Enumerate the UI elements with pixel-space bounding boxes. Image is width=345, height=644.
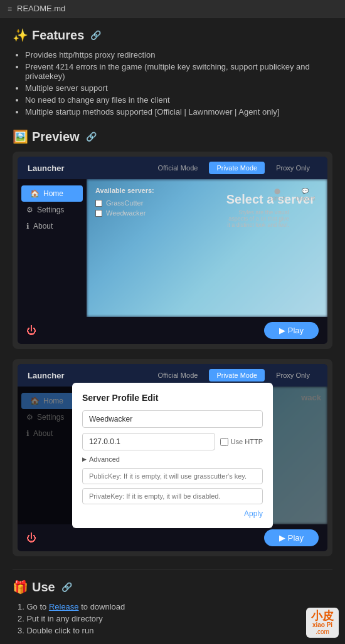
use-step-1: 1. Go to Release to download bbox=[18, 602, 332, 611]
use-section: 🎁 Use 🔗 1. Go to Release to download 2. … bbox=[13, 579, 332, 635]
home-icon: 🏠 bbox=[30, 189, 40, 198]
tab-official-2[interactable]: Official Mode bbox=[150, 369, 205, 382]
launcher-brand-2: Launcher bbox=[28, 371, 65, 380]
github-link[interactable]: ⬤ Github bbox=[269, 188, 286, 202]
power-icon-2[interactable]: ⏻ bbox=[26, 532, 36, 544]
launcher-header: Launcher Official Mode Private Mode Prox… bbox=[18, 157, 327, 179]
ip-input[interactable] bbox=[82, 433, 215, 450]
use-step-2: 2. Put it in any directory bbox=[18, 614, 332, 623]
use-http-checkbox[interactable] bbox=[220, 438, 228, 446]
modal-overlay: Server Profile Edit Use HTTP Advance bbox=[18, 387, 327, 524]
launcher-tabs: Official Mode Private Mode Proxy Only bbox=[150, 162, 317, 174]
use-steps: 1. Go to Release to download 2. Put it i… bbox=[18, 602, 332, 635]
discord-link[interactable]: 💬 Discord bbox=[295, 188, 315, 202]
about-icon: ℹ bbox=[26, 222, 29, 231]
settings-icon: ⚙ bbox=[26, 205, 33, 214]
top-bar: ≡ README.md bbox=[0, 0, 345, 18]
sidebar-item-about[interactable]: ℹ About bbox=[18, 218, 87, 234]
tab-private[interactable]: Private Mode bbox=[209, 162, 265, 174]
ip-row: Use HTTP bbox=[82, 433, 263, 450]
feature-item: Provides http/https proxy redirection bbox=[25, 50, 332, 60]
tab-proxy[interactable]: Proxy Only bbox=[268, 162, 317, 174]
play-button[interactable]: ▶ Play bbox=[264, 322, 319, 339]
use-title: Use bbox=[32, 580, 55, 595]
features-emoji: ✨ bbox=[13, 28, 28, 43]
feature-item: Prevent 4214 errors in the game (multipl… bbox=[25, 62, 332, 81]
server-profile-modal: Server Profile Edit Use HTTP Advance bbox=[72, 383, 273, 528]
watermark-line2: xiao Pi bbox=[312, 621, 332, 628]
play-button-2[interactable]: ▶ Play bbox=[264, 529, 319, 546]
watermark-line3: .com bbox=[316, 628, 329, 635]
launcher-preview-2: Launcher Official Mode Private Mode Prox… bbox=[18, 364, 327, 551]
features-title: Features bbox=[32, 28, 84, 43]
preview-anchor[interactable]: 🔗 bbox=[86, 132, 97, 142]
main-content: ✨ Features 🔗 Provides http/https proxy r… bbox=[0, 18, 345, 644]
features-heading: ✨ Features 🔗 bbox=[13, 28, 332, 43]
discord-icon: 💬 bbox=[302, 188, 309, 194]
server-checkbox-1[interactable] bbox=[95, 200, 102, 207]
use-http-label: Use HTTP bbox=[220, 438, 263, 446]
launcher-main: Available servers: GrassCutter Weedwacke… bbox=[87, 179, 327, 317]
advanced-toggle[interactable]: Advanced bbox=[82, 455, 263, 463]
apply-button[interactable]: Apply bbox=[244, 509, 263, 518]
sidebar-item-home[interactable]: 🏠 Home bbox=[21, 185, 83, 202]
tab-private-2[interactable]: Private Mode bbox=[209, 369, 265, 382]
privatekey-input[interactable] bbox=[82, 488, 263, 504]
tab-official[interactable]: Official Mode bbox=[150, 162, 205, 174]
social-links: ⬤ Github 💬 Discord bbox=[269, 188, 315, 202]
preview-emoji: 🖼️ bbox=[13, 129, 28, 144]
use-anchor[interactable]: 🔗 bbox=[61, 582, 72, 592]
use-emoji: 🎁 bbox=[13, 579, 28, 595]
launcher-main-content: Available servers: GrassCutter Weedwacke… bbox=[87, 179, 327, 227]
watermark-logo: 小皮 bbox=[311, 610, 334, 621]
feature-item: Multiple startup methods supported [Offi… bbox=[25, 107, 332, 117]
launcher-footer: ⏻ ▶ Play bbox=[18, 317, 327, 344]
preview-title: Preview bbox=[32, 130, 80, 144]
github-icon: ⬤ bbox=[274, 188, 280, 194]
apply-row: Apply bbox=[82, 508, 263, 518]
preview-container-1: Launcher Official Mode Private Mode Prox… bbox=[13, 152, 332, 349]
tab-proxy-2[interactable]: Proxy Only bbox=[268, 369, 317, 382]
launcher-preview-1: Launcher Official Mode Private Mode Prox… bbox=[18, 157, 327, 344]
preview-heading: 🖼️ Preview 🔗 bbox=[13, 129, 332, 144]
publickey-input[interactable] bbox=[82, 468, 263, 484]
menu-icon[interactable]: ≡ bbox=[8, 4, 12, 13]
use-step-3: 3. Double click to run bbox=[18, 626, 332, 635]
server-checkbox-2[interactable] bbox=[95, 210, 102, 217]
preview-container-2: Launcher Official Mode Private Mode Prox… bbox=[13, 359, 332, 556]
launcher-footer-2: ⏻ ▶ Play bbox=[18, 524, 327, 551]
watermark: 小皮 xiao Pi .com bbox=[306, 608, 339, 638]
release-link[interactable]: Release bbox=[49, 602, 79, 611]
file-title: README.md bbox=[17, 4, 65, 13]
launcher-body-wrapper: 🏠 Home ⚙ Settings ℹ About bbox=[18, 387, 327, 524]
launcher-brand: Launcher bbox=[28, 164, 65, 173]
server-name-input[interactable] bbox=[82, 410, 263, 428]
features-list: Provides http/https proxy redirection Pr… bbox=[25, 50, 332, 117]
launcher-body: 🏠 Home ⚙ Settings ℹ About bbox=[18, 179, 327, 317]
power-icon[interactable]: ⏻ bbox=[26, 325, 36, 336]
divider-1 bbox=[13, 569, 332, 569]
feature-item: No need to change any files in the clien… bbox=[25, 95, 332, 105]
select-server-desc: Styles are the visual aspects of a UI th… bbox=[226, 209, 289, 228]
sidebar-item-settings[interactable]: ⚙ Settings bbox=[18, 202, 87, 218]
launcher-tabs-2: Official Mode Private Mode Proxy Only bbox=[150, 369, 317, 382]
use-heading: 🎁 Use 🔗 bbox=[13, 579, 332, 595]
launcher-sidebar: 🏠 Home ⚙ Settings ℹ About bbox=[18, 179, 87, 317]
preview-section: 🖼️ Preview 🔗 Launcher Official Mode Priv… bbox=[13, 129, 332, 556]
modal-title: Server Profile Edit bbox=[82, 393, 263, 403]
features-anchor[interactable]: 🔗 bbox=[90, 30, 101, 40]
feature-item: Multiple server support bbox=[25, 83, 332, 93]
